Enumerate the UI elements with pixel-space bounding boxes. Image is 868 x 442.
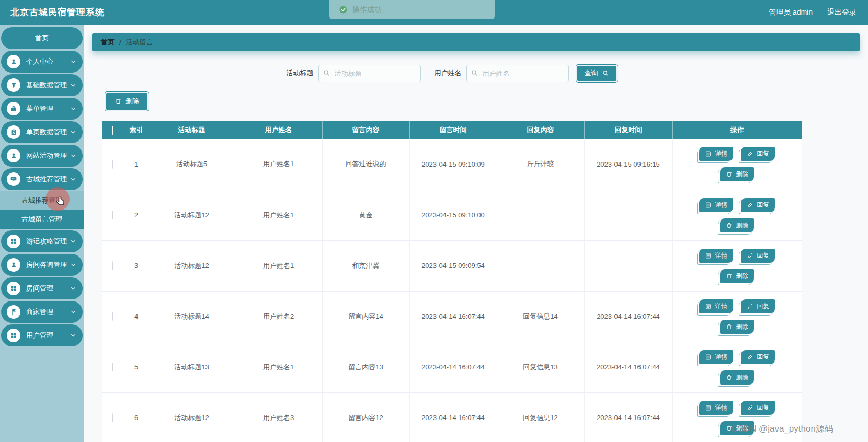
row-checkbox[interactable]: [112, 413, 113, 422]
chevron-down-icon: [70, 153, 76, 159]
row-checkbox[interactable]: [112, 261, 113, 270]
chevron-down-icon: [70, 309, 76, 315]
row-checkbox[interactable]: [112, 211, 113, 219]
chat-icon: [7, 172, 20, 186]
table-row: 2活动标题12用户姓名1黄金2023-04-15 09:10:00 详情 回复 …: [102, 190, 802, 240]
pen-icon: [747, 404, 753, 411]
sidebar-item-5[interactable]: 古城推荐管理: [1, 168, 83, 190]
grid-icon: [7, 329, 20, 342]
user-name-input[interactable]: [466, 65, 569, 82]
column-header: 留言内容: [322, 121, 409, 139]
check-circle-icon: [339, 5, 348, 14]
sidebar-item-1[interactable]: 基础数据管理: [1, 74, 83, 96]
cell-reply: 斤斤计较: [497, 139, 584, 190]
reply-button[interactable]: 回复: [740, 146, 775, 161]
briefcase-icon: [7, 102, 20, 115]
detail-button[interactable]: 详情: [699, 350, 734, 365]
detail-button[interactable]: 详情: [699, 400, 734, 415]
trash-icon: [726, 374, 733, 381]
grid-icon: [7, 235, 20, 248]
cell-title: 活动标题12: [149, 392, 235, 442]
row-checkbox[interactable]: [112, 312, 113, 321]
delete-button[interactable]: 删除: [719, 167, 755, 182]
sidebar-item-label: 房间管理: [26, 284, 70, 293]
activity-title-input[interactable]: [318, 65, 421, 82]
column-header: 活动标题: [149, 121, 235, 139]
cell-reply: 回复信息13: [497, 342, 584, 392]
reply-button[interactable]: 回复: [740, 197, 775, 213]
cell-reply_time: 2023-04-14 16:07:44: [584, 291, 672, 342]
chevron-down-icon: [70, 238, 76, 245]
cell-user: 用户姓名3: [235, 392, 322, 442]
table-row: 6活动标题12用户姓名3留言内容122023-04-14 16:07:44回复信…: [102, 392, 802, 442]
delete-button[interactable]: 删除: [719, 421, 755, 436]
cell-reply_time: 2023-04-14 16:07:44: [584, 342, 672, 392]
trash-icon: [726, 222, 733, 229]
sidebar-item-label: 基础数据管理: [26, 80, 70, 90]
sidebar-item-3[interactable]: 单页数据管理: [1, 121, 83, 143]
cell-reply: 回复信息12: [497, 392, 584, 442]
cell-reply_time: 2023-04-14 16:07:44: [584, 392, 672, 442]
main-content: 首页 / 活动留言 活动标题 用户姓名 查询: [84, 25, 868, 442]
reply-button[interactable]: 回复: [740, 350, 775, 365]
user-icon: [7, 258, 20, 272]
sidebar-item-8[interactable]: 房间管理: [1, 277, 83, 299]
sidebar-item-7[interactable]: 房间咨询管理: [1, 254, 83, 276]
cell-content: 黄金: [322, 190, 409, 240]
query-button[interactable]: 查询: [576, 65, 618, 82]
messages-table: 索引活动标题用户姓名留言内容留言时间回复内容回复时间操作1活动标题5用户姓名1回…: [102, 121, 802, 442]
search-form: 活动标题 用户姓名 查询: [102, 64, 802, 83]
reply-button[interactable]: 回复: [740, 400, 775, 415]
sidebar-item-6[interactable]: 游记攻略管理: [1, 230, 83, 252]
cell-time: 2023-04-15 09:09:54: [409, 240, 497, 291]
grid-icon: [7, 282, 20, 295]
trash-icon: [726, 273, 733, 280]
chevron-down-icon: [70, 129, 76, 135]
sidebar-item-2[interactable]: 菜单管理: [1, 98, 83, 120]
user-name-label: 用户姓名: [435, 68, 462, 78]
sidebar-item-home[interactable]: 首页: [1, 27, 83, 49]
delete-button[interactable]: 删除: [719, 319, 755, 334]
cell-reply_time: [584, 190, 672, 240]
cell-user: 用户姓名1: [235, 342, 322, 392]
row-checkbox[interactable]: [112, 363, 113, 371]
breadcrumb-home-link[interactable]: 首页: [101, 38, 115, 47]
sidebar-subitem-5-1[interactable]: 古城留言管理: [0, 210, 84, 229]
logout-button[interactable]: 退出登录: [827, 8, 856, 17]
sidebar-item-label: 菜单管理: [26, 104, 70, 113]
chevron-down-icon: [70, 285, 76, 292]
chevron-down-icon: [70, 332, 76, 339]
sidebar-subitem-5-0[interactable]: 古城推荐管理: [0, 191, 84, 210]
sidebar-item-label: 单页数据管理: [26, 127, 70, 137]
row-checkbox[interactable]: [112, 160, 113, 169]
detail-button[interactable]: 详情: [699, 197, 734, 213]
select-all-checkbox[interactable]: [112, 126, 113, 135]
cell-time: 2023-04-14 16:07:44: [409, 392, 497, 442]
reply-button[interactable]: 回复: [740, 299, 775, 314]
sidebar-item-9[interactable]: 商家管理: [1, 301, 83, 323]
detail-button[interactable]: 详情: [699, 299, 734, 314]
detail-button[interactable]: 详情: [699, 248, 734, 263]
user-icon: [7, 149, 20, 162]
trash-icon: [726, 425, 733, 432]
delete-button[interactable]: 删除: [719, 269, 755, 284]
sidebar-item-label: 房间咨询管理: [26, 260, 70, 270]
delete-button[interactable]: 删除: [719, 218, 755, 233]
table-row: 4活动标题14用户姓名2留言内容142023-04-14 16:07:44回复信…: [102, 291, 802, 342]
breadcrumb-current: 活动留言: [126, 38, 153, 47]
cell-title: 活动标题13: [149, 342, 235, 392]
sidebar-item-10[interactable]: 用户管理: [1, 324, 83, 346]
cell-time: 2023-04-15 09:10:00: [409, 190, 497, 240]
detail-button[interactable]: 详情: [699, 146, 734, 161]
bulk-delete-button[interactable]: 删除: [105, 92, 149, 111]
toast-message: 操作成功: [352, 5, 382, 15]
cell-user: 用户姓名1: [235, 190, 322, 240]
sidebar-item-0[interactable]: 个人中心: [1, 51, 83, 73]
sidebar-item-4[interactable]: 网站活动管理: [1, 145, 83, 167]
admin-user-label[interactable]: 管理员 admin: [769, 8, 813, 17]
sidebar-item-label: 用户管理: [26, 331, 70, 340]
table-row: 1活动标题5用户姓名1回答过谁说的2023-04-15 09:10:09斤斤计较…: [102, 139, 802, 190]
reply-button[interactable]: 回复: [740, 248, 775, 263]
delete-button[interactable]: 删除: [719, 370, 755, 385]
cell-index: 5: [124, 342, 149, 392]
